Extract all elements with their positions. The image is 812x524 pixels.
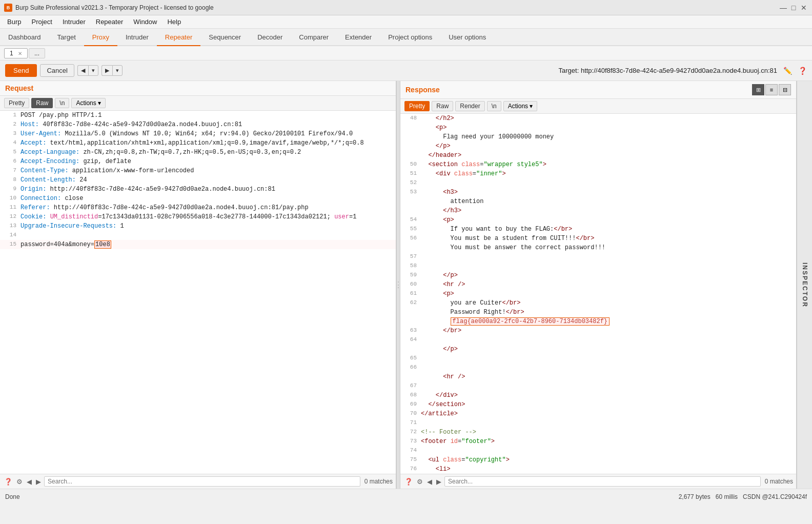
tab-user-options[interactable]: User options — [440, 29, 494, 46]
tab-intruder[interactable]: Intruder — [117, 29, 157, 46]
nav-forward-dropdown[interactable]: ▾ — [112, 65, 123, 76]
code-line: 72<!-- Footer --> — [400, 428, 796, 437]
response-pretty-btn[interactable]: Pretty — [404, 101, 430, 111]
code-line: attention — [400, 197, 796, 206]
response-ln-btn[interactable]: \n — [487, 101, 501, 111]
view-cols-btn[interactable]: ⊟ — [779, 84, 791, 95]
inspector-label: INSPECTOR — [801, 263, 808, 308]
menu-burp[interactable]: Burp — [2, 16, 26, 27]
code-line: </p> — [400, 345, 796, 354]
menu-intruder[interactable]: Intruder — [57, 16, 91, 27]
repeater-tab-new[interactable]: ... — [29, 48, 45, 58]
main-panels: Request Pretty Raw \n Actions ▾ 1POST /p… — [0, 81, 812, 489]
tab-project-options[interactable]: Project options — [380, 29, 440, 46]
menu-window[interactable]: Window — [128, 16, 162, 27]
nav-forward-group: ▶ ▾ — [102, 65, 123, 76]
tab-repeater[interactable]: Repeater — [157, 29, 200, 46]
view-toggle-group: ⊞ ≡ ⊟ — [752, 84, 791, 95]
response-render-btn[interactable]: Render — [455, 101, 484, 111]
code-line: 76 <li> — [400, 465, 796, 474]
tab-proxy[interactable]: Proxy — [84, 29, 117, 46]
code-line: 71 — [400, 418, 796, 428]
code-line: 48 </h2> — [400, 114, 796, 123]
view-grid-btn[interactable]: ⊞ — [752, 84, 764, 95]
nav-forward-button[interactable]: ▶ — [102, 65, 112, 76]
tab-target[interactable]: Target — [49, 29, 84, 46]
target-label: Target: http://40f8f83c-7d8e-424c-a5e9-9… — [559, 67, 777, 74]
minimize-button[interactable]: — — [779, 4, 787, 12]
code-line: 73<footer id="footer"> — [400, 437, 796, 446]
tab-decoder[interactable]: Decoder — [249, 29, 291, 46]
toolbar: Send Cancel ◀ ▾ ▶ ▾ Target: http://40f8f… — [0, 61, 812, 81]
response-search-input[interactable] — [444, 476, 761, 487]
request-panel-header: Request — [0, 81, 396, 96]
request-actions-btn[interactable]: Actions ▾ — [71, 98, 106, 108]
code-line: You must be answer the correct password!… — [400, 243, 796, 252]
menu-project[interactable]: Project — [26, 16, 57, 27]
response-actions-btn[interactable]: Actions ▾ — [503, 101, 538, 111]
code-line: 70</article> — [400, 409, 796, 418]
response-code-area[interactable]: 48 </h2> <p> Flag need your 100000000 mo… — [400, 114, 796, 474]
response-search-next[interactable]: ▶ — [435, 477, 442, 487]
edit-target-icon[interactable]: ✏️ — [783, 67, 792, 75]
code-line: 7Content-Type: application/x-www-form-ur… — [0, 166, 396, 175]
request-pretty-btn[interactable]: Pretty — [4, 98, 29, 108]
tab-extender[interactable]: Extender — [337, 29, 380, 46]
code-line: 67 — [400, 381, 796, 391]
window-title: Burp Suite Professional v2021.3 - Tempor… — [15, 4, 779, 11]
inspector-panel[interactable]: INSPECTOR — [797, 81, 812, 489]
code-line: 4Accept: text/html,application/xhtml+xml… — [0, 138, 396, 148]
main-tabbar: Dashboard Target Proxy Intruder Repeater… — [0, 29, 812, 46]
code-line: 54 <p> — [400, 215, 796, 225]
cancel-button[interactable]: Cancel — [40, 64, 74, 77]
code-line: 65 — [400, 354, 796, 363]
code-line: 13Upgrade-Insecure-Requests: 1 — [0, 221, 396, 231]
code-line: 75 <ul class="copyright"> — [400, 455, 796, 465]
code-line: 57 — [400, 252, 796, 261]
code-line: 66 — [400, 363, 796, 372]
repeater-tab-1[interactable]: 1 ✕ — [4, 48, 28, 58]
request-search-prev[interactable]: ◀ — [26, 477, 33, 487]
code-line: 61 <p> — [400, 289, 796, 298]
request-panel: Request Pretty Raw \n Actions ▾ 1POST /p… — [0, 81, 396, 489]
send-button[interactable]: Send — [5, 64, 37, 77]
tab-dashboard[interactable]: Dashboard — [0, 29, 49, 46]
nav-back-button[interactable]: ◀ — [77, 65, 88, 76]
code-line: 51 <div class="inner"> — [400, 169, 796, 178]
request-ln-btn[interactable]: \n — [55, 98, 69, 108]
status-time: 60 millis — [716, 493, 738, 500]
window-controls[interactable]: — □ ✕ — [779, 4, 808, 12]
tab-sequencer[interactable]: Sequencer — [200, 29, 249, 46]
code-line: 14 — [0, 231, 396, 240]
code-line: 5Accept-Language: zh-CN,zh;q=0.8,zh-TW;q… — [0, 148, 396, 157]
response-settings-icon[interactable]: ⚙ — [416, 477, 424, 487]
tab-comparer[interactable]: Comparer — [291, 29, 337, 46]
response-raw-btn[interactable]: Raw — [432, 101, 453, 111]
help-icon[interactable]: ❓ — [798, 67, 807, 75]
maximize-button[interactable]: □ — [789, 4, 798, 12]
code-line: 11Referer: http://40f8f83c-7d8e-424c-a5e… — [0, 203, 396, 212]
close-tab-1-icon[interactable]: ✕ — [18, 51, 22, 56]
status-right: 2,677 bytes 60 millis CSDN @241.C290424f — [679, 493, 807, 500]
request-search-bar: ❓ ⚙ ◀ ▶ 0 matches — [0, 474, 396, 489]
response-search-prev[interactable]: ◀ — [426, 477, 433, 487]
response-title: Response — [405, 86, 440, 94]
code-line: 59 </p> — [400, 271, 796, 280]
menu-help[interactable]: Help — [162, 16, 186, 27]
request-help-icon[interactable]: ❓ — [3, 477, 13, 487]
request-search-input[interactable] — [44, 476, 360, 487]
request-raw-btn[interactable]: Raw — [31, 98, 53, 108]
nav-back-dropdown[interactable]: ▾ — [88, 65, 98, 76]
panel-splitter[interactable]: ⋮ — [396, 81, 400, 489]
response-help-icon[interactable]: ❓ — [403, 477, 414, 487]
close-button[interactable]: ✕ — [800, 4, 808, 12]
code-line: 64 — [400, 335, 796, 345]
code-line: Password Right!</br> — [400, 308, 796, 317]
request-code-area[interactable]: 1POST /pay.php HTTP/1.1 2Host: 40f8f83c-… — [0, 111, 396, 474]
request-settings-icon[interactable]: ⚙ — [15, 477, 24, 487]
view-list-btn[interactable]: ≡ — [765, 84, 778, 95]
code-line: 15 password=404a&money=10e8 — [0, 240, 396, 249]
request-search-next[interactable]: ▶ — [35, 477, 42, 487]
code-line: 62 you are Cuiter</br> — [400, 298, 796, 308]
menu-repeater[interactable]: Repeater — [91, 16, 128, 27]
